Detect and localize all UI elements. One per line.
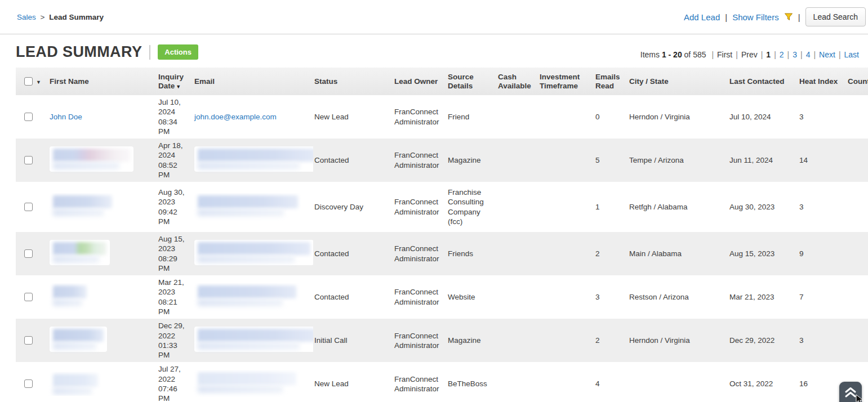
pagination-1: 1 <box>766 50 771 59</box>
sort-descending-icon[interactable]: ▼ <box>176 84 181 90</box>
cell-source-details: BeTheBoss <box>447 377 497 391</box>
first-name-redacted-blur <box>50 327 107 352</box>
column-header-heat-index[interactable]: Heat Index <box>797 75 847 88</box>
table-row: Dec 29, 2022 01:33 PMInitial CallFranCon… <box>16 319 868 362</box>
select-dropdown-icon[interactable]: ▼ <box>36 79 41 85</box>
first-name-redacted-blur <box>50 283 90 309</box>
column-header-source-details[interactable]: Source Details <box>447 70 497 92</box>
pagination-separator: | <box>736 50 738 59</box>
emails-read-text: 3 <box>595 293 600 301</box>
show-filters-link[interactable]: Show Filters <box>732 12 779 22</box>
cell-status: New Lead <box>313 110 393 124</box>
pagination-3[interactable]: 3 <box>793 50 797 59</box>
cell-emails-read: 3 <box>593 290 628 304</box>
cell-city-state: Main / Alabama <box>628 247 728 261</box>
row-checkbox[interactable] <box>24 156 33 164</box>
first-name-link[interactable]: John Doe <box>50 113 82 121</box>
actions-button[interactable]: Actions <box>158 44 198 60</box>
source-details-text: Franchise Consulting Company (fcc) <box>448 188 484 226</box>
cell-country <box>847 252 868 256</box>
pagination-4[interactable]: 4 <box>806 50 811 59</box>
emails-read-text: 4 <box>595 379 600 388</box>
source-details-text: Magazine <box>448 336 481 345</box>
cell-first-name <box>48 372 157 396</box>
row-spacer-cell <box>35 205 48 209</box>
status-text: New Lead <box>314 379 349 388</box>
column-header-label: City / State <box>629 77 669 86</box>
filter-funnel-icon[interactable] <box>784 12 793 21</box>
column-header-label: Cash Available <box>498 73 531 90</box>
column-header-label: Country <box>848 77 868 86</box>
inquiry-date-text: Jul 27, 2022 07:46 PM <box>158 365 181 402</box>
pagination-2[interactable]: 2 <box>780 50 784 59</box>
source-details-text: Magazine <box>448 156 481 164</box>
cell-cash-available <box>497 158 538 163</box>
column-header-emails-read[interactable]: Emails Read <box>593 70 628 92</box>
select-all-checkbox[interactable] <box>24 77 33 86</box>
cell-email <box>193 146 313 174</box>
title-row: LEAD SUMMARY Actions Items 1 - 20 of 585… <box>16 43 851 61</box>
column-header-label: Heat Index <box>799 77 838 86</box>
cell-lead-owner: FranConnect Administrator <box>393 105 447 129</box>
row-spacer-cell <box>35 252 48 256</box>
column-header-cash-available[interactable]: Cash Available <box>497 70 538 92</box>
cell-last-contacted: Oct 31, 2022 <box>728 377 797 391</box>
row-checkbox[interactable] <box>24 336 33 345</box>
cell-emails-read: 1 <box>593 200 628 214</box>
pagination-range: 1 - 20 <box>662 50 682 59</box>
cell-last-contacted: Jul 10, 2024 <box>728 110 797 124</box>
row-checkbox[interactable] <box>24 203 33 211</box>
divider: | <box>798 12 800 22</box>
lead-search-button[interactable]: Lead Search <box>805 7 866 26</box>
column-header-country[interactable]: Country <box>847 75 868 88</box>
last-contacted-text: Oct 31, 2022 <box>729 379 773 388</box>
pagination-last[interactable]: Last <box>844 50 859 59</box>
cell-emails-read: 4 <box>593 377 628 391</box>
row-checkbox[interactable] <box>24 249 33 258</box>
city-state-text: Herndon / Virginia <box>629 336 690 345</box>
first-name-redacted-blur <box>50 146 133 172</box>
column-header-email[interactable]: Email <box>193 75 313 88</box>
column-header-status[interactable]: Status <box>313 75 393 88</box>
page-title: LEAD SUMMARY <box>16 43 142 61</box>
breadcrumb: Sales > Lead Summary <box>17 13 104 21</box>
table-row: John DoeJul 10, 2024 08:34 PMjohn.doe@ex… <box>16 95 868 139</box>
pagination-separator: | <box>800 50 803 59</box>
cell-lead-owner: FranConnect Administrator <box>393 148 447 172</box>
pagination-next[interactable]: Next <box>819 50 835 59</box>
cell-source-details: Friend <box>447 110 497 124</box>
breadcrumb-sales-link[interactable]: Sales <box>17 13 36 21</box>
source-details-text: BeTheBoss <box>448 379 487 388</box>
cell-heat-index: 7 <box>797 290 847 304</box>
cell-country <box>847 338 868 343</box>
lead-summary-page: Sales > Lead Summary Add Lead | Show Fil… <box>0 0 868 402</box>
city-state-text: Main / Alabama <box>629 249 682 258</box>
row-checkbox[interactable] <box>24 293 33 301</box>
cell-last-contacted: Aug 30, 2023 <box>728 200 797 214</box>
lead-owner-text: FranConnect Administrator <box>394 244 439 262</box>
column-header-lead-owner[interactable]: Lead Owner <box>393 75 447 88</box>
emails-read-text: 2 <box>595 249 600 258</box>
cell-last-contacted: Mar 21, 2023 <box>728 290 797 304</box>
column-header-city-state[interactable]: City / State <box>628 75 728 88</box>
cell-first-name: John Doe <box>48 110 157 124</box>
cell-heat-index: 3 <box>797 200 847 214</box>
status-text: Contacted <box>314 249 349 258</box>
row-spacer-cell <box>35 338 48 343</box>
pagination-separator: | <box>761 50 763 59</box>
row-spacer-cell <box>35 382 48 386</box>
cell-cash-available <box>497 205 538 209</box>
row-checkbox[interactable] <box>24 113 33 121</box>
row-checkbox[interactable] <box>24 379 33 388</box>
breadcrumb-separator: > <box>41 13 45 21</box>
email-link[interactable]: john.doe@example.com <box>194 113 277 121</box>
cell-status: Discovery Day <box>313 200 393 214</box>
column-header-inquiry-date[interactable]: Inquiry Date▼ <box>157 70 193 92</box>
column-header-last-contacted[interactable]: Last Contacted <box>728 75 797 88</box>
column-header-investment-timeframe[interactable]: Investment Timeframe <box>538 70 593 92</box>
cell-first-name <box>48 327 157 354</box>
cell-inquiry-date: Jul 10, 2024 08:34 PM <box>157 95 193 139</box>
table-row: Jul 27, 2022 07:46 PMNew LeadFranConnect… <box>16 362 868 402</box>
add-lead-link[interactable]: Add Lead <box>684 12 720 22</box>
column-header-first-name[interactable]: First Name <box>48 75 157 88</box>
